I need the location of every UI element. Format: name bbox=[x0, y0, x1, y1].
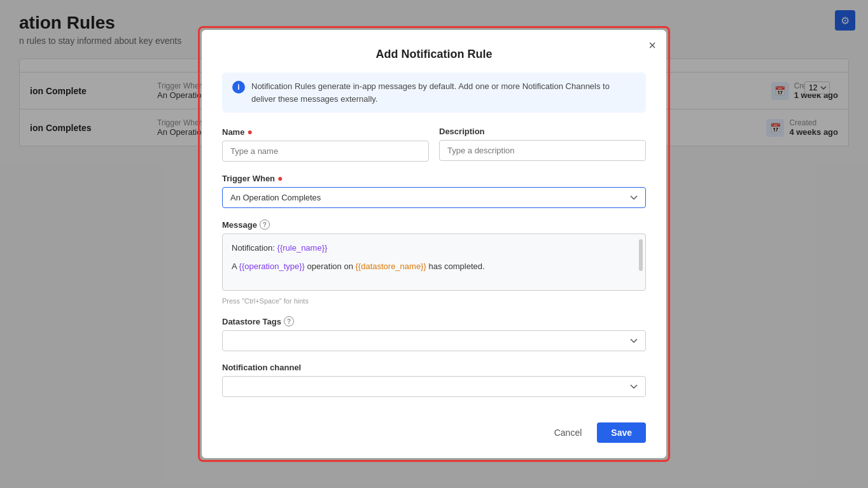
message-help-icon[interactable]: ? bbox=[260, 220, 270, 230]
save-button[interactable]: Save bbox=[597, 422, 646, 443]
datastore-tags-label: Datastore Tags ? bbox=[222, 316, 646, 326]
operation-type-tag: {{operation_type}} bbox=[239, 261, 305, 271]
name-description-row: Name ● Description bbox=[222, 127, 646, 162]
name-group: Name ● bbox=[222, 127, 429, 162]
rule-name-tag: {{rule_name}} bbox=[277, 243, 328, 253]
trigger-when-label: Trigger When ● bbox=[222, 173, 646, 183]
scrollbar-indicator bbox=[639, 239, 643, 271]
name-required: ● bbox=[247, 127, 252, 137]
info-icon: i bbox=[232, 81, 245, 94]
name-label: Name ● bbox=[222, 127, 429, 137]
message-box[interactable]: Notification: {{rule_name}} A {{operatio… bbox=[222, 234, 646, 291]
trigger-when-group: Trigger When ● An Operation Completes bbox=[222, 173, 646, 208]
info-text: Notification Rules generate in-app messa… bbox=[251, 80, 636, 105]
datastore-tags-group: Datastore Tags ? bbox=[222, 316, 646, 351]
dialog-footer: Cancel Save bbox=[222, 412, 646, 443]
description-group: Description bbox=[439, 127, 646, 162]
info-banner: i Notification Rules generate in-app mes… bbox=[222, 73, 646, 113]
message-hint: Press "Ctrl+Space" for hints bbox=[222, 297, 646, 305]
message-line2: A {{operation_type}} operation on {{data… bbox=[232, 260, 636, 274]
name-input[interactable] bbox=[222, 141, 429, 162]
trigger-required: ● bbox=[277, 173, 283, 183]
cancel-button[interactable]: Cancel bbox=[545, 422, 591, 443]
notification-channel-label: Notification channel bbox=[222, 363, 646, 372]
notification-channel-group: Notification channel bbox=[222, 363, 646, 397]
modal-overlay: × Add Notification Rule i Notification R… bbox=[0, 0, 868, 488]
description-input[interactable] bbox=[439, 140, 646, 161]
datastore-tags-select[interactable] bbox=[222, 330, 646, 351]
notification-channel-select[interactable] bbox=[222, 376, 646, 397]
message-group: Message ? Notification: {{rule_name}} A … bbox=[222, 220, 646, 305]
message-line1: Notification: {{rule_name}} bbox=[232, 242, 636, 255]
datastore-tags-help-icon[interactable]: ? bbox=[284, 316, 294, 326]
close-button[interactable]: × bbox=[648, 39, 656, 52]
dialog-wrapper: × Add Notification Rule i Notification R… bbox=[198, 26, 670, 462]
dialog-title: Add Notification Rule bbox=[222, 48, 646, 61]
add-notification-dialog: × Add Notification Rule i Notification R… bbox=[202, 30, 666, 458]
datastore-name-tag: {{datastore_name}} bbox=[355, 261, 426, 271]
message-label: Message ? bbox=[222, 220, 646, 230]
description-label: Description bbox=[439, 127, 646, 136]
trigger-when-select[interactable]: An Operation Completes bbox=[222, 187, 646, 208]
